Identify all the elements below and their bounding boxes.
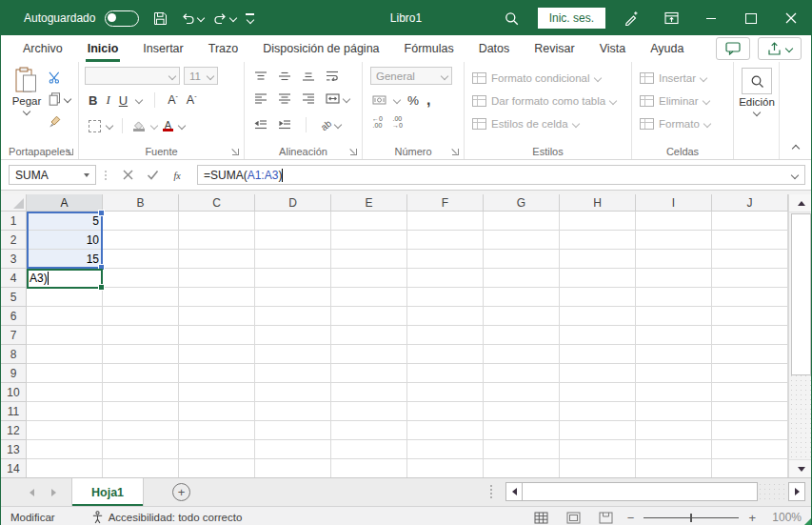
cell-J12[interactable] [712, 421, 788, 440]
cell-H1[interactable] [560, 212, 636, 231]
cell-H13[interactable] [560, 440, 636, 459]
sign-in-button[interactable]: Inic. ses. [538, 8, 605, 29]
formula-input[interactable]: =SUMA(A1:A3) [197, 165, 805, 185]
cell-J1[interactable] [712, 212, 788, 231]
paste-button[interactable]: Pegar [9, 67, 45, 114]
row-header-14[interactable]: 14 [1, 459, 27, 477]
cell-C10[interactable] [179, 383, 255, 402]
font-name-select[interactable] [85, 67, 180, 85]
cell-A11[interactable] [27, 402, 103, 421]
cell-A6[interactable] [27, 307, 103, 326]
cell-D2[interactable] [255, 231, 331, 250]
cell-J5[interactable] [712, 288, 788, 307]
cell-I9[interactable] [636, 364, 712, 383]
tab-inicio[interactable]: Inicio [75, 35, 131, 62]
cell-H7[interactable] [560, 326, 636, 345]
cell-F7[interactable] [407, 326, 484, 345]
row-header-3[interactable]: 3 [1, 250, 27, 269]
cell-G7[interactable] [484, 326, 560, 345]
cell-G13[interactable] [484, 440, 560, 459]
clipboard-dialog-launcher-icon[interactable] [67, 149, 73, 155]
cell-A3[interactable]: 15 [27, 250, 103, 269]
underline-button[interactable]: U [119, 93, 128, 108]
cell-B7[interactable] [103, 326, 179, 345]
cell-I11[interactable] [636, 402, 712, 421]
row-header-6[interactable]: 6 [1, 307, 27, 326]
column-header-E[interactable]: E [331, 194, 407, 212]
zoom-out-button[interactable]: − [627, 511, 635, 525]
normal-view-button[interactable] [530, 508, 553, 525]
cell-F14[interactable] [407, 459, 484, 477]
cell-G10[interactable] [484, 383, 560, 402]
cell-J7[interactable] [712, 326, 788, 345]
share-dropdown-chevron-icon[interactable] [785, 45, 793, 52]
cell-E10[interactable] [331, 383, 407, 402]
row-header-5[interactable]: 5 [1, 288, 27, 307]
cell-E1[interactable] [331, 212, 407, 231]
cell-C9[interactable] [179, 364, 255, 383]
align-top-icon[interactable] [254, 71, 267, 81]
tab-datos[interactable]: Datos [466, 35, 523, 62]
quick-access-toolbar-button[interactable] [246, 13, 254, 23]
cell-B2[interactable] [103, 231, 179, 250]
cell-D8[interactable] [255, 345, 331, 364]
cell-C13[interactable] [179, 440, 255, 459]
cell-C8[interactable] [179, 345, 255, 364]
row-header-13[interactable]: 13 [1, 440, 27, 459]
cell-C4[interactable] [179, 269, 255, 288]
font-color-dropdown-chevron-icon[interactable] [178, 122, 186, 130]
cell-A1[interactable]: 5 [27, 212, 103, 231]
accounting-dropdown-chevron-icon[interactable] [393, 96, 401, 104]
cell-H12[interactable] [560, 421, 636, 440]
cell-B11[interactable] [103, 402, 179, 421]
cell-C11[interactable] [179, 402, 255, 421]
cell-B5[interactable] [103, 288, 179, 307]
align-bottom-icon[interactable] [302, 71, 315, 81]
number-format-select[interactable]: General [370, 67, 452, 85]
cell-I1[interactable] [636, 212, 712, 231]
horizontal-scrollbar-thumb[interactable] [523, 482, 758, 501]
save-button[interactable] [149, 5, 171, 31]
alignment-dialog-launcher-icon[interactable] [350, 149, 357, 155]
cell-F9[interactable] [407, 364, 484, 383]
cell-E2[interactable] [331, 231, 407, 250]
add-sheet-button[interactable]: + [172, 483, 190, 501]
decrease-decimal-button[interactable]: .00 →0 [392, 115, 403, 129]
column-header-I[interactable]: I [636, 194, 712, 212]
format-cells-button[interactable]: Formato [640, 118, 710, 130]
column-header-A[interactable]: A [27, 194, 103, 212]
cell-D11[interactable] [255, 402, 331, 421]
cell-I7[interactable] [636, 326, 712, 345]
scroll-down-button[interactable] [789, 459, 811, 477]
cell-G9[interactable] [484, 364, 560, 383]
cell-B6[interactable] [103, 307, 179, 326]
cell-E6[interactable] [331, 307, 407, 326]
cell-I10[interactable] [636, 383, 712, 402]
cell-E9[interactable] [331, 364, 407, 383]
zoom-slider-handle[interactable] [690, 514, 692, 522]
conditional-formatting-button[interactable]: Formato condicional [472, 72, 601, 84]
increase-decimal-button[interactable]: ←0 .00 [372, 115, 383, 129]
tab-f-rmulas[interactable]: Fórmulas [392, 35, 466, 62]
previous-sheet-button[interactable] [30, 489, 34, 496]
share-button[interactable] [758, 37, 802, 60]
row-header-12[interactable]: 12 [1, 421, 27, 440]
fill-color-button[interactable] [132, 121, 146, 131]
cell-H6[interactable] [560, 307, 636, 326]
cell-E7[interactable] [331, 326, 407, 345]
name-box-dropdown-icon[interactable] [84, 173, 89, 177]
comma-style-button[interactable]: , [426, 95, 430, 105]
horizontal-scrollbar-track[interactable] [758, 482, 788, 501]
cell-I8[interactable] [636, 345, 712, 364]
select-all-corner[interactable] [1, 194, 27, 212]
maximize-button[interactable] [731, 1, 771, 35]
cell-G4[interactable] [484, 269, 560, 288]
cell-B10[interactable] [103, 383, 179, 402]
row-header-9[interactable]: 9 [1, 364, 27, 383]
cell-G2[interactable] [484, 231, 560, 250]
format-as-table-button[interactable]: Dar formato como tabla [472, 95, 616, 107]
expand-formula-bar-chevron-icon[interactable] [791, 171, 799, 178]
tab-ayuda[interactable]: Ayuda [638, 35, 696, 62]
align-middle-icon[interactable] [278, 71, 291, 81]
comments-button[interactable] [716, 37, 750, 60]
